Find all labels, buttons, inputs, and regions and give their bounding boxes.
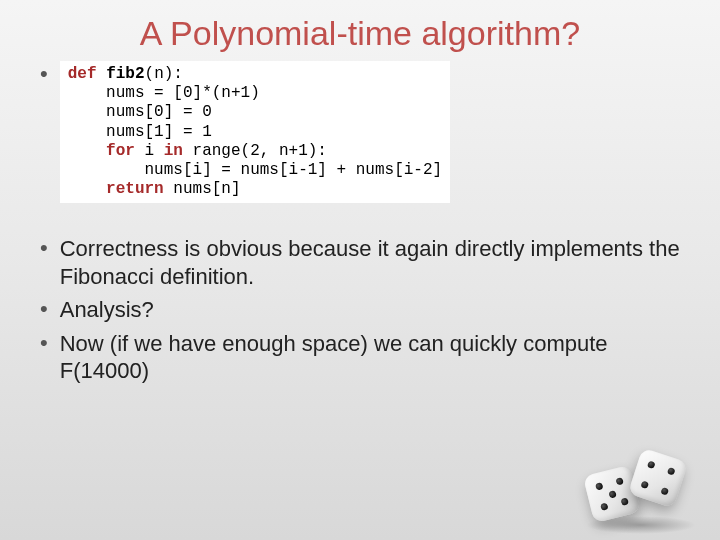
- bullet-text-1: Correctness is obvious because it again …: [60, 235, 680, 290]
- bullet-marker: •: [40, 330, 48, 356]
- code-text: [68, 142, 106, 160]
- bullet-text-3: Now (if we have enough space) we can qui…: [60, 330, 680, 385]
- dice-decoration: [582, 442, 702, 532]
- code-function-name: fib2: [106, 65, 144, 83]
- code-keyword-for: for: [106, 142, 135, 160]
- code-block: def fib2(n): nums = [0]*(n+1) nums[0] = …: [60, 61, 450, 203]
- code-text: range(2, n+1):: [183, 142, 327, 160]
- code-text: nums = [0]*(n+1): [68, 84, 260, 102]
- code-text: nums[i] = nums[i-1] + nums[i-2]: [68, 161, 442, 179]
- slide-title: A Polynomial-time algorithm?: [0, 0, 720, 61]
- bullet-text-2: Analysis?: [60, 296, 154, 324]
- bullet-row-3: • Now (if we have enough space) we can q…: [40, 330, 680, 385]
- code-keyword-def: def: [68, 65, 97, 83]
- bullet-row-1: • Correctness is obvious because it agai…: [40, 235, 680, 290]
- code-text: i: [135, 142, 164, 160]
- bullet-marker: •: [40, 61, 48, 87]
- lower-bullets: • Correctness is obvious because it agai…: [40, 235, 680, 385]
- code-bullet-row: • def fib2(n): nums = [0]*(n+1) nums[0] …: [40, 61, 680, 203]
- slide-content: • def fib2(n): nums = [0]*(n+1) nums[0] …: [0, 61, 720, 385]
- code-text: nums[0] = 0: [68, 103, 212, 121]
- code-text: (n):: [145, 65, 183, 83]
- code-text: nums[1] = 1: [68, 123, 212, 141]
- bullet-row-2: • Analysis?: [40, 296, 680, 324]
- code-text: nums[n]: [164, 180, 241, 198]
- bullet-marker: •: [40, 235, 48, 261]
- bullet-marker: •: [40, 296, 48, 322]
- code-keyword-return: return: [68, 180, 164, 198]
- code-keyword-in: in: [164, 142, 183, 160]
